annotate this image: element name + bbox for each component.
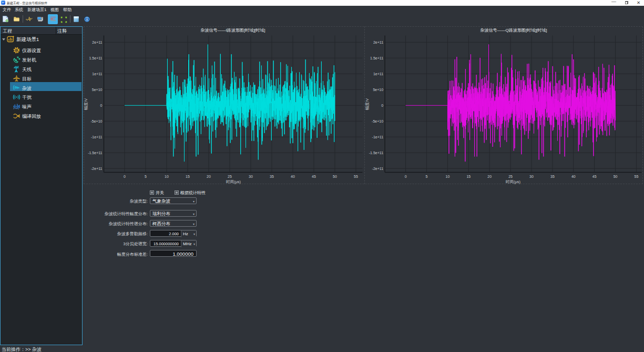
svg-text:20: 20 — [207, 175, 211, 178]
svg-text:杂波信号——I路波形图[时域][时域]: 杂波信号——I路波形图[时域][时域] — [200, 28, 265, 33]
svg-text:45: 45 — [312, 175, 316, 178]
svg-text:-1e+11: -1e+11 — [91, 135, 103, 139]
svg-text:25: 25 — [228, 175, 232, 178]
svg-text:55: 55 — [635, 175, 639, 178]
svg-text:15: 15 — [466, 175, 471, 178]
svg-text:2e+11: 2e+11 — [373, 41, 383, 44]
svg-text:5e+10: 5e+10 — [373, 88, 383, 92]
svg-text:-5e+10: -5e+10 — [91, 119, 103, 123]
svg-text:1.5e+11: 1.5e+11 — [89, 56, 103, 60]
svg-text:0: 0 — [381, 104, 383, 107]
svg-text:10: 10 — [165, 175, 169, 178]
svg-text:1e+11: 1e+11 — [92, 72, 102, 76]
svg-text:-1.5e+11: -1.5e+11 — [369, 151, 383, 155]
svg-text:40: 40 — [291, 175, 295, 178]
svg-text:时间(μs): 时间(μs) — [506, 179, 521, 184]
svg-text:-2e+11: -2e+11 — [91, 167, 103, 170]
svg-text:杂波信号——Q路波形图[时域][时域]: 杂波信号——Q路波形图[时域][时域] — [480, 28, 547, 33]
svg-text:50: 50 — [614, 175, 618, 178]
svg-text:15: 15 — [186, 175, 190, 178]
svg-text:0: 0 — [100, 104, 103, 107]
svg-text:1.5e+11: 1.5e+11 — [370, 56, 383, 60]
svg-text:5: 5 — [145, 175, 147, 178]
svg-text:-5e+10: -5e+10 — [372, 119, 383, 123]
svg-text:0: 0 — [124, 175, 126, 178]
svg-text:55: 55 — [354, 175, 358, 178]
svg-text:30: 30 — [249, 175, 253, 178]
svg-text:40: 40 — [571, 175, 576, 178]
svg-text:-2e+11: -2e+11 — [372, 167, 384, 170]
svg-text:幅度/V: 幅度/V — [365, 98, 370, 110]
svg-text:35: 35 — [550, 175, 555, 178]
svg-text:0: 0 — [405, 175, 407, 178]
svg-text:时间(μs): 时间(μs) — [226, 179, 241, 184]
svg-text:1e+11: 1e+11 — [373, 72, 383, 76]
svg-text:30: 30 — [529, 175, 534, 178]
svg-text:-1.5e+11: -1.5e+11 — [88, 151, 102, 155]
svg-text:幅度/V: 幅度/V — [84, 98, 88, 110]
svg-text:45: 45 — [592, 175, 597, 178]
svg-text:50: 50 — [333, 175, 337, 178]
svg-text:35: 35 — [270, 175, 274, 178]
svg-text:-1e+11: -1e+11 — [372, 135, 384, 139]
svg-text:10: 10 — [446, 175, 450, 178]
svg-text:25: 25 — [508, 175, 513, 178]
svg-text:5: 5 — [426, 175, 428, 178]
svg-text:2e+11: 2e+11 — [92, 41, 102, 44]
svg-text:20: 20 — [487, 175, 492, 178]
svg-text:5e+10: 5e+10 — [92, 88, 103, 92]
